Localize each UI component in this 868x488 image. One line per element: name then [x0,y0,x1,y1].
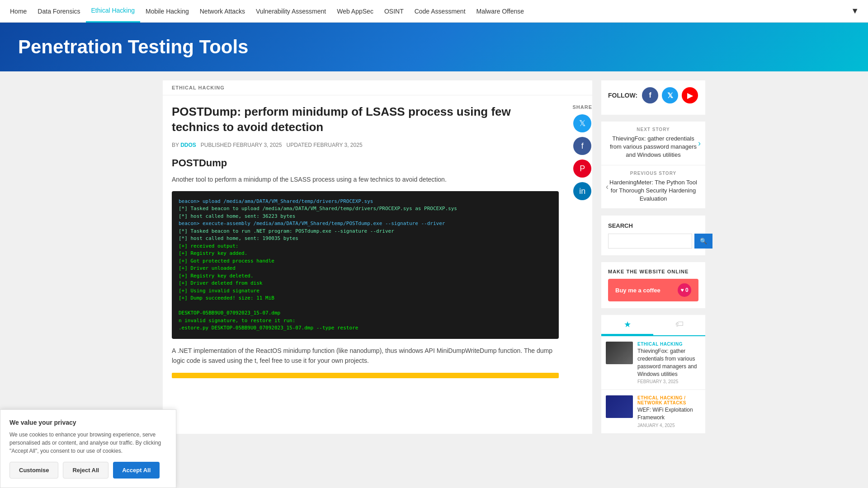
nav-network-attacks[interactable]: Network Attacks [194,0,250,23]
code-line-17: .estore.py DESKTOP-05BB9U0_07092023_15-0… [179,325,358,331]
share-column: SHARE 𝕏 f P in [572,95,592,387]
next-story-label: NEXT STORY [608,127,698,132]
main-content: ETHICAL HACKING POSTDump: perform minidu… [163,80,592,434]
follow-twitter-icon[interactable]: 𝕏 [662,87,678,103]
sidebar-article-1[interactable]: ETHICAL HACKING ThievingFox: gather cred… [601,336,705,390]
nav-malware-offense[interactable]: Malware Offense [471,0,530,23]
article-intro: Another tool to perform a minidump of th… [172,174,559,184]
site-header: Penetration Testing Tools [0,23,868,71]
code-line-13: [+] Using invalid signature [179,288,259,294]
nav-data-forensics[interactable]: Data Forensics [32,0,85,23]
nav-vulnerability[interactable]: Vulnerability Assessment [250,0,331,23]
code-line-2: [*] Tasked beacon to upload /media/ama/D… [179,206,457,211]
coffee-heart-icon: ♥ 0 [678,283,691,297]
prev-story-arrow-icon: ‹ [606,182,609,192]
navigation: Home Data Forensics Ethical Hacking Mobi… [0,0,868,23]
sidebar-article-content-1: ETHICAL HACKING ThievingFox: gather cred… [637,342,701,384]
article: POSTDump: perform minidump of LSASS proc… [163,95,568,387]
follow-icons: f 𝕏 ▶ [642,87,698,103]
code-line-1: beacon> upload /media/ama/DATA/VM_Shared… [179,198,373,204]
nav-osint[interactable]: OSINT [379,0,409,23]
sidebar-article-content-2: ETHICAL HACKING / NETWORK ATTACKS WEF: W… [637,395,701,428]
cookie-body: We use cookies to enhance your browsing … [9,431,167,443]
nav-webappsec[interactable]: Web AppSec [331,0,379,23]
coffee-button[interactable]: Buy me a coffee ♥ 0 [608,279,698,301]
code-block: beacon> upload /media/ama/DATA/VM_Shared… [172,191,559,339]
sidebar-follow: FOLLOW: f 𝕏 ▶ [601,80,705,115]
sidebar-article-title-2: WEF: WiFi Exploitation Framework [637,406,701,422]
tab-tags[interactable]: 🏷 [653,315,705,335]
sidebar-search: SEARCH 🔍 [601,216,705,255]
article-updated-date: FEBRUARY 3, 2025 [313,142,362,148]
sidebar: FOLLOW: f 𝕏 ▶ NEXT STORY ThievingFox: ga… [601,80,705,434]
coffee-label: MAKE THE WEBSITE ONLINE [608,269,698,274]
sidebar-thumb-1 [606,342,633,364]
next-story-title: ThievingFox: gather credentials from var… [608,135,698,160]
breadcrumb: ETHICAL HACKING [163,80,592,95]
article-author[interactable]: DDOS [180,142,196,148]
follow-youtube-icon[interactable]: ▶ [682,87,698,103]
cookie-banner: We value your privacy We use cookies to … [0,409,176,443]
site-title: Penetration Testing Tools [18,36,850,58]
code-line-9: [+] Got protected process handle [179,258,274,264]
article-subtitle: POSTDump [172,157,559,169]
article-title: POSTDump: perform minidump of LSASS proc… [172,104,559,135]
code-line-12: [+] Driver deleted from disk [179,280,262,286]
tab-row: ★ 🏷 [601,315,705,336]
nav-code-assessment[interactable]: Code Assessment [409,0,471,23]
search-label: SEARCH [608,222,698,229]
nav-ethical-hacking[interactable]: Ethical Hacking [86,0,141,23]
article-updated-label: UPDATED [286,142,311,148]
follow-facebook-icon[interactable]: f [642,87,658,103]
sidebar-article-date-1: FEBRUARY 3, 2025 [637,379,701,384]
code-line-7: [+] received output: [179,243,238,249]
share-label: SHARE [572,104,592,110]
article-meta: BY DDOS PUBLISHED FEBRUARY 3, 2025 UPDAT… [172,142,559,148]
code-line-3: [*] host called home, sent: 36223 bytes [179,213,295,219]
sidebar-article-title-1: ThievingFox: gather credentials from var… [637,347,701,378]
sidebar-article-cat-2: ETHICAL HACKING / NETWORK ATTACKS [637,395,701,405]
cookie-title: We value your privacy [9,419,167,426]
article-published-date: FEBRUARY 3, 2025 [233,142,282,148]
code-line-11: [+] Registry key deleted. [179,273,254,279]
prev-story-label: PREVIOUS STORY [608,171,698,176]
share-twitter-button[interactable]: 𝕏 [573,114,591,132]
share-pinterest-button[interactable]: P [573,160,591,178]
code-line-4: beacon> execute-assembly /media/ama/DATA… [179,221,445,226]
sidebar-article-cat-1: ETHICAL HACKING [637,342,701,347]
code-line-16: n invalid signature, to restore it run: [179,318,295,324]
tab-popular[interactable]: ★ [601,315,653,335]
nav-home[interactable]: Home [5,0,32,23]
prev-story-box[interactable]: PREVIOUS STORY HardeningMeter: The Pytho… [601,165,705,209]
sidebar-articles: ★ 🏷 ETHICAL HACKING ThievingFox: gather … [601,315,705,434]
next-prev-stories: NEXT STORY ThievingFox: gather credentia… [601,122,705,209]
search-button[interactable]: 🔍 [694,234,712,249]
code-line-14: [+] Dump succeeded! size: 11 MiB [179,295,274,301]
code-line-8: [+] Registry key added. [179,250,247,256]
nav-more-icon[interactable]: ▼ [846,6,863,16]
code-line-15: DESKTOP-05BB9U0_07092023_15-07.dmp [179,310,280,316]
next-story-arrow-icon: › [698,138,701,148]
follow-label: FOLLOW: f 𝕏 ▶ [608,87,698,103]
sidebar-thumb-2 [606,395,633,418]
search-input[interactable] [608,234,692,249]
article-body: A .NET implementation of the ReactOS min… [172,346,559,366]
prev-story-title: HardeningMeter: The Python Tool for Thor… [608,178,698,203]
sidebar-article-date-2: JANUARY 4, 2025 [637,423,701,428]
article-published-label: PUBLISHED [201,142,231,148]
share-linkedin-button[interactable]: in [573,182,591,200]
code-line-5: [*] Tasked beacon to run .NET program: P… [179,228,394,234]
share-facebook-button[interactable]: f [573,137,591,155]
coffee-btn-label: Buy me a coffee [615,287,660,294]
next-story-box[interactable]: NEXT STORY ThievingFox: gather credentia… [601,122,705,165]
sidebar-coffee: MAKE THE WEBSITE ONLINE Buy me a coffee … [601,262,705,308]
code-line-6: [*] host called home, sent: 190035 bytes [179,235,298,241]
code-line-10: [+] Driver unloaded [179,265,236,271]
ad-banner [172,373,559,378]
nav-mobile-hacking[interactable]: Mobile Hacking [140,0,194,23]
sidebar-article-2[interactable]: ETHICAL HACKING / NETWORK ATTACKS WEF: W… [601,390,705,434]
